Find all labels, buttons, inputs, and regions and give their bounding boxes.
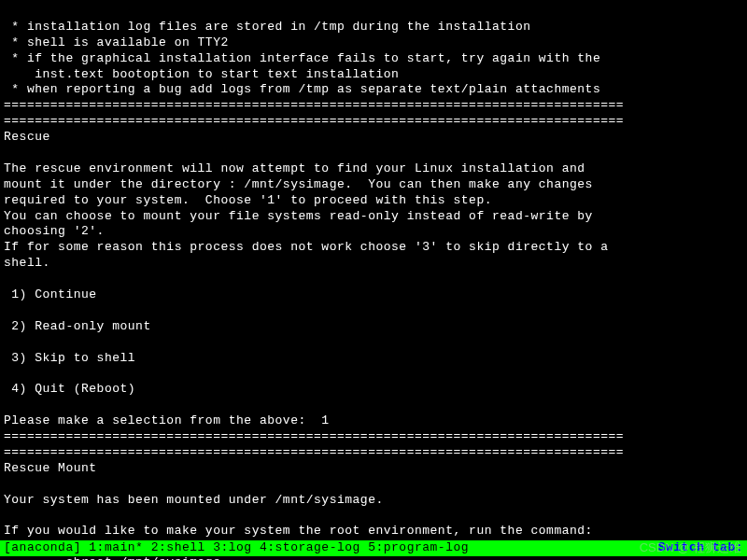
- separator-line: ========================================…: [4, 429, 624, 443]
- option-skip-to-shell[interactable]: 3) Skip to shell: [4, 351, 135, 365]
- separator-line: ========================================…: [4, 98, 624, 112]
- separator-line: ========================================…: [4, 445, 624, 459]
- terminal-output: * installation log files are stored in /…: [0, 0, 747, 560]
- status-bar: [anaconda] 1:main* 2:shell 3:log 4:stora…: [0, 540, 747, 556]
- rescue-body-line: shell.: [4, 256, 50, 270]
- rescue-body-line: You can choose to mount your file system…: [4, 209, 593, 223]
- rescue-mount-header: Rescue Mount: [4, 461, 97, 475]
- option-continue[interactable]: 1) Continue: [4, 287, 97, 301]
- rescue-body-line: choosing '2'.: [4, 224, 105, 238]
- rescue-header: Rescue: [4, 130, 50, 144]
- rescue-body-line: The rescue environment will now attempt …: [4, 161, 585, 175]
- mount-body-line: If you would like to make your system th…: [4, 524, 593, 538]
- intro-line: * installation log files are stored in /…: [4, 20, 531, 34]
- option-readonly-mount[interactable]: 2) Read-only mount: [4, 319, 151, 333]
- intro-line: * shell is available on TTY2: [4, 35, 229, 49]
- status-tabs[interactable]: [anaconda] 1:main* 2:shell 3:log 4:stora…: [4, 540, 469, 556]
- watermark: CSDN @ 程狮运维: [640, 540, 741, 556]
- mount-body-line: Your system has been mounted under /mnt/…: [4, 493, 384, 507]
- separator-line: ========================================…: [4, 114, 624, 128]
- intro-line: inst.text bootoption to start text insta…: [4, 67, 399, 81]
- intro-line: * when reporting a bug add logs from /tm…: [4, 82, 600, 96]
- selection-input[interactable]: 1: [321, 413, 329, 427]
- rescue-body-line: If for some reason this process does not…: [4, 240, 609, 254]
- rescue-body-line: mount it under the directory : /mnt/sysi…: [4, 177, 593, 191]
- selection-prompt: Please make a selection from the above:: [4, 413, 321, 427]
- option-quit-reboot[interactable]: 4) Quit (Reboot): [4, 382, 135, 396]
- intro-line: * if the graphical installation interfac…: [4, 51, 600, 65]
- rescue-body-line: required to your system. Choose '1' to p…: [4, 193, 492, 207]
